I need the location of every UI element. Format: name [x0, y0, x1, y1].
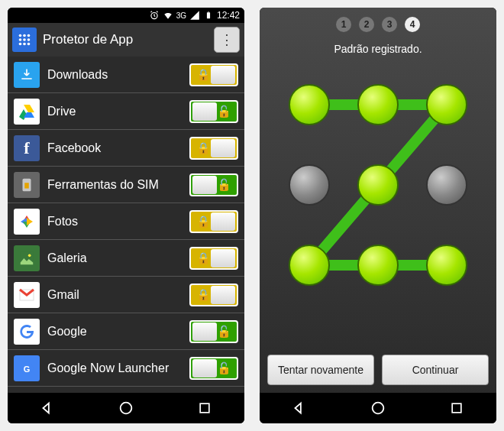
step-dot: 1	[336, 17, 351, 32]
svg-rect-23	[452, 403, 461, 413]
svg-point-22	[373, 403, 384, 414]
lock-icon: 🔒	[196, 215, 211, 228]
app-label: Facebook	[47, 141, 182, 155]
app-title: Protetor de App	[43, 32, 208, 47]
app-label: Downloads	[47, 68, 182, 82]
nav-recent-button[interactable]	[195, 399, 214, 417]
app-row[interactable]: Downloads🔒	[8, 57, 244, 93]
svg-point-5	[27, 34, 31, 37]
nav-back-button[interactable]	[38, 399, 57, 417]
gallery-icon	[14, 245, 40, 271]
svg-rect-21	[200, 403, 209, 413]
nav-bar	[260, 393, 496, 423]
pattern-dot[interactable]	[289, 84, 330, 125]
app-protector-icon	[12, 28, 37, 52]
app-row[interactable]: Fotos🔒	[8, 203, 244, 240]
app-row[interactable]: GGoogle Now Launcher🔓	[8, 350, 244, 387]
svg-point-11	[27, 43, 31, 46]
pattern-screen: 1234 Padrão registrado. Tentar novamente…	[260, 8, 496, 393]
nav-home-button[interactable]	[117, 399, 135, 417]
lock-icon: 🔒	[196, 251, 211, 265]
nav-home-button[interactable]	[369, 399, 387, 417]
lock-toggle[interactable]: 🔓	[189, 173, 238, 196]
retry-button[interactable]: Tentar novamente	[267, 355, 374, 385]
photos-icon	[14, 209, 40, 235]
lock-toggle[interactable]: 🔒	[189, 284, 238, 306]
pattern-dot[interactable]	[357, 164, 399, 206]
clock-text: 12:42	[217, 10, 240, 21]
pattern-dot[interactable]	[426, 164, 467, 206]
unlock-icon: 🔓	[217, 178, 231, 192]
lock-toggle[interactable]: 🔓	[189, 320, 238, 343]
unlock-icon: 🔓	[217, 325, 231, 339]
app-row[interactable]: Galeria🔒	[8, 240, 244, 277]
app-title-bar: Protetor de App ⋮	[8, 23, 244, 57]
step-dot: 4	[405, 17, 420, 32]
app-row[interactable]: Ferramentas do SIM🔓	[8, 167, 244, 203]
drive-icon	[14, 99, 40, 125]
lock-toggle[interactable]: 🔒	[189, 247, 238, 270]
pattern-message: Padrão registrado.	[334, 43, 422, 55]
nav-recent-button[interactable]	[447, 399, 466, 417]
pattern-dot[interactable]	[426, 84, 467, 125]
svg-rect-1	[207, 12, 210, 18]
googlenow-icon: G	[14, 355, 40, 381]
svg-text:G: G	[24, 364, 31, 373]
nav-back-button[interactable]	[290, 399, 309, 417]
sim-icon	[14, 172, 40, 198]
app-label: Gmail	[47, 288, 182, 302]
app-label: Google	[47, 325, 182, 339]
phone-right: 1234 Padrão registrado. Tentar novamente…	[260, 8, 496, 423]
svg-point-4	[23, 34, 26, 37]
alarm-icon	[149, 10, 160, 21]
svg-point-15	[28, 254, 31, 257]
app-row[interactable]: Drive🔓	[8, 93, 244, 130]
lock-toggle[interactable]: 🔓	[189, 100, 238, 123]
downloads-icon	[14, 62, 40, 88]
lock-toggle[interactable]: 🔒	[189, 210, 238, 233]
battery-icon	[203, 10, 214, 21]
app-label: Google Now Launcher	[47, 361, 182, 375]
lock-toggle[interactable]: 🔒	[189, 63, 238, 86]
lock-icon: 🔒	[196, 288, 211, 302]
facebook-icon: f	[14, 135, 40, 161]
unlock-icon: 🔓	[217, 361, 231, 375]
app-label: Ferramentas do SIM	[47, 178, 182, 192]
pattern-dot[interactable]	[289, 245, 330, 286]
pattern-dot[interactable]	[426, 245, 467, 286]
svg-point-8	[27, 38, 31, 41]
pattern-grid[interactable]	[279, 70, 477, 300]
app-label: Galeria	[47, 251, 182, 265]
pattern-buttons: Tentar novamente Continuar	[260, 347, 496, 393]
google-icon	[14, 319, 40, 345]
svg-point-20	[121, 403, 132, 414]
svg-point-6	[19, 38, 22, 41]
menu-dots-icon: ⋮	[220, 31, 234, 48]
status-bar: 3G 12:42	[8, 8, 244, 23]
lock-toggle[interactable]: 🔒	[189, 137, 238, 160]
svg-point-9	[19, 43, 22, 46]
nav-bar	[8, 393, 244, 423]
phone-left: 3G 12:42 Protetor de App ⋮ Downloads🔒Dri…	[8, 8, 244, 423]
pattern-dot[interactable]	[357, 245, 399, 286]
app-label: Drive	[47, 105, 182, 118]
app-list[interactable]: Downloads🔒Drive🔓fFacebook🔒Ferramentas do…	[8, 57, 244, 393]
svg-point-10	[23, 43, 26, 46]
lock-toggle[interactable]: 🔓	[189, 357, 238, 380]
lock-icon: 🔒	[196, 68, 211, 82]
pattern-dot[interactable]	[357, 84, 399, 125]
step-dot: 3	[382, 17, 397, 32]
continue-button[interactable]: Continuar	[382, 355, 489, 385]
svg-rect-13	[24, 183, 29, 188]
unlock-icon: 🔓	[217, 105, 231, 118]
lock-icon: 🔒	[196, 141, 211, 155]
app-label: Fotos	[47, 215, 182, 228]
wifi-icon	[163, 10, 173, 21]
app-row[interactable]: Gmail🔒	[8, 277, 244, 313]
menu-button[interactable]: ⋮	[214, 27, 240, 53]
network-label: 3G	[176, 11, 186, 20]
pattern-dot[interactable]	[289, 164, 330, 206]
app-row[interactable]: fFacebook🔒	[8, 130, 244, 167]
svg-point-7	[23, 38, 26, 41]
app-row[interactable]: Google🔓	[8, 313, 244, 350]
